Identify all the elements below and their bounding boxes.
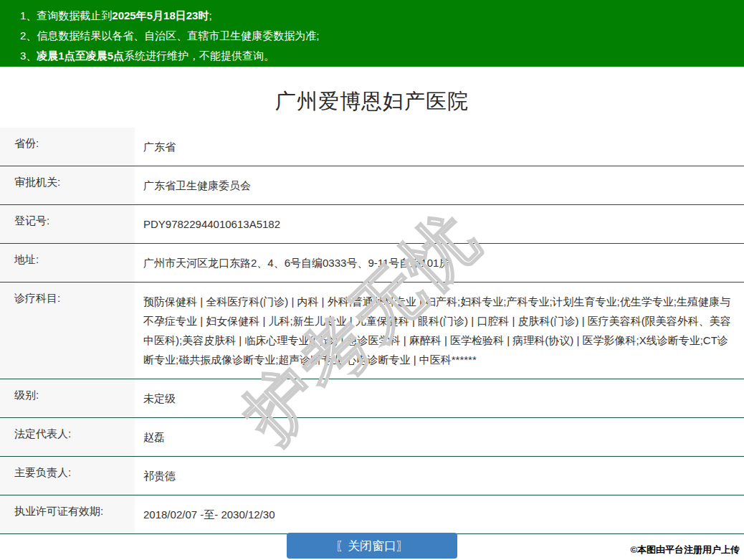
row-value: 赵磊: [135, 418, 744, 456]
notice-line-3-text: 3、: [20, 49, 37, 62]
notice-line-1-bold: 2025年5月18日23时: [112, 9, 209, 22]
table-row-address: 地址: 广州市天河区龙口东路2、4、6号自编0333号、9-11号自编101房: [0, 244, 744, 283]
table-row-medical-subjects: 诊疗科目: 预防保健科 | 全科医疗科(门诊) | 内科 | 外科;普通外科专业…: [0, 283, 744, 379]
table-row-legal-representative: 法定代表人: 赵磊: [0, 418, 744, 457]
table-row-registration-number: 登记号: PDY97822944010613A5182: [0, 205, 744, 244]
row-value: 广东省卫生健康委员会: [135, 166, 744, 204]
row-label: 主要负责人:: [0, 457, 135, 495]
page-title: 广州爱博恩妇产医院: [0, 87, 744, 115]
uploader-note: ©本图由平台注册用户上传: [630, 544, 740, 556]
notice-line-2: 2、信息数据结果以各省、自治区、直辖市卫生健康委数据为准;: [20, 26, 744, 46]
notice-line-2-text: 2、信息数据结果以各省、自治区、直辖市卫生健康委数据为准;: [20, 29, 320, 42]
table-row-level: 级别: 未定级: [0, 379, 744, 418]
notice-line-3-bold: 凌晨1点至凌晨5点: [37, 49, 124, 62]
notice-banner: 1、查询数据截止到2025年5月18日23时; 2、信息数据结果以各省、自治区、…: [0, 0, 744, 67]
row-label: 法定代表人:: [0, 418, 135, 456]
row-label: 诊疗科目:: [0, 283, 135, 379]
row-label: 审批机关:: [0, 166, 135, 204]
row-value: 预防保健科 | 全科医疗科(门诊) | 内科 | 外科;普通外科专业 | 妇产科…: [135, 283, 744, 379]
notice-line-1-suffix: ;: [209, 9, 211, 22]
row-label: 地址:: [0, 244, 135, 282]
notice-line-3-suffix: 系统进行维护，不能提供查询。: [124, 49, 275, 62]
notice-line-3: 3、凌晨1点至凌晨5点系统进行维护，不能提供查询。: [20, 46, 744, 66]
row-label: 省份:: [0, 128, 135, 166]
row-value: 祁贵德: [135, 457, 744, 495]
row-label: 登记号:: [0, 205, 135, 243]
notice-line-1: 1、查询数据截止到2025年5月18日23时;: [20, 6, 744, 26]
table-row-province: 省份: 广东省: [0, 128, 744, 166]
notice-line-1-text: 1、查询数据截止到: [20, 9, 112, 22]
close-window-button[interactable]: 〖关闭窗口〗: [287, 533, 457, 559]
row-value: 广州市天河区龙口东路2、4、6号自编0333号、9-11号自编101房: [135, 244, 744, 282]
hospital-info-table: 省份: 广东省 审批机关: 广东省卫生健康委员会 登记号: PDY9782294…: [0, 128, 744, 534]
row-value: PDY97822944010613A5182: [135, 205, 744, 243]
row-label: 执业许可证有效期:: [0, 495, 135, 533]
table-row-approval-authority: 审批机关: 广东省卫生健康委员会: [0, 166, 744, 205]
row-label: 级别:: [0, 379, 135, 417]
row-value: 2018/02/07 -至- 2030/12/30: [135, 495, 744, 533]
row-value: 未定级: [135, 379, 744, 417]
table-row-principal: 主要负责人: 祁贵德: [0, 457, 744, 495]
table-row-license-validity: 执业许可证有效期: 2018/02/07 -至- 2030/12/30: [0, 495, 744, 534]
row-value: 广东省: [135, 128, 744, 166]
